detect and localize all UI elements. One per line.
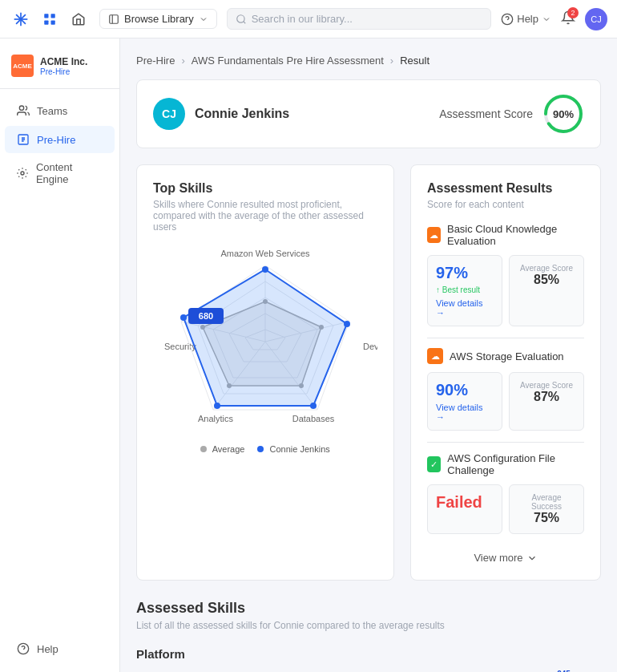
breadcrumb-assessment[interactable]: AWS Fundamentals Pre Hire Assessment <box>192 55 384 67</box>
svg-rect-7 <box>51 20 55 24</box>
legend-candidate: Connie Jenkins <box>257 444 329 454</box>
main-content: Pre-Hire › AWS Fundamentals Pre Hire Ass… <box>120 38 617 672</box>
result-name-2: AWS Storage Evaluation <box>450 350 564 362</box>
org-sub: Pre-Hire <box>40 67 87 76</box>
svg-rect-5 <box>51 14 55 18</box>
score-circle: 90% <box>542 93 584 135</box>
help-button[interactable]: Help <box>501 13 551 26</box>
avg-label-2: Average Score <box>518 381 575 390</box>
view-more-button[interactable]: View more <box>427 545 584 564</box>
result-header-2: ☁ AWS Storage Evaluation <box>427 348 584 364</box>
sidebar: ACME ACME Inc. Pre-Hire Teams Pre-Hire C… <box>0 38 120 672</box>
avatar-initials: CJ <box>591 14 601 24</box>
top-nav: Browse Library Search in our library... … <box>0 0 617 38</box>
result-header-1: ☁ Basic Cloud Knowledge Evaluation <box>427 223 584 247</box>
notifications-button[interactable]: 2 <box>561 10 575 27</box>
result-item-2: ☁ AWS Storage Evaluation 90% View detail… <box>427 348 584 431</box>
divider-1 <box>427 338 584 338</box>
result-score-val-3: Failed <box>436 493 494 512</box>
assessed-skills-title: Assessed Skills <box>136 600 601 617</box>
org-name: ACME Inc. <box>40 56 87 67</box>
layout: ACME ACME Inc. Pre-Hire Teams Pre-Hire C… <box>0 0 617 672</box>
sidebar-item-content-engine[interactable]: Content Engine <box>5 155 115 192</box>
help-sidebar-icon <box>16 642 30 656</box>
skill-group-platform: Platform Amazon Web Services 245 <box>136 647 601 672</box>
assessment-results-card: Assessment Results Score for each conten… <box>410 164 601 581</box>
home-icon[interactable] <box>67 8 90 30</box>
svg-point-14 <box>19 106 23 110</box>
snowflake-icon[interactable] <box>10 8 32 30</box>
svg-rect-8 <box>110 14 119 23</box>
result-score-val-1: 97% <box>436 264 494 282</box>
svg-point-43 <box>262 266 268 273</box>
divider-2 <box>427 442 584 443</box>
result-item-1: ☁ Basic Cloud Knowledge Evaluation 97% ↑… <box>427 223 584 326</box>
user-header: CJ Connie Jenkins Assessment Score 90% <box>136 79 601 148</box>
result-icon-2: ☁ <box>427 348 443 364</box>
browse-library-button[interactable]: Browse Library <box>99 9 217 29</box>
svg-point-44 <box>344 321 350 327</box>
sidebar-item-pre-hire[interactable]: Pre-Hire <box>5 126 115 153</box>
breadcrumb-sep-1: › <box>181 55 184 67</box>
svg-point-45 <box>310 403 317 409</box>
result-row-3: Failed Average Success 75% <box>427 484 584 534</box>
result-icon-1: ☁ <box>427 227 441 243</box>
assessment-results-title: Assessment Results <box>427 181 584 196</box>
nav-icons <box>10 8 90 30</box>
avg-box-1: Average Score 85% <box>509 255 584 326</box>
svg-point-10 <box>236 14 244 22</box>
avg-val-3: 75% <box>518 511 575 525</box>
assessed-skills-subtitle: List of all the assessed skills for Conn… <box>136 620 601 631</box>
radar-legend: Average Connie Jenkins <box>200 444 330 454</box>
svg-line-11 <box>243 21 245 23</box>
search-placeholder: Search in our library... <box>252 13 353 25</box>
result-row-2: 90% View details → Average Score 87% <box>427 372 584 431</box>
best-label-1: ↑ Best result <box>436 285 480 294</box>
result-score-box-3: Failed <box>427 484 502 534</box>
result-name-3: AWS Configuration File Challenge <box>447 452 584 476</box>
avg-val-1: 85% <box>518 273 575 287</box>
svg-rect-6 <box>44 20 48 24</box>
sidebar-label-content-engine: Content Engine <box>36 161 103 185</box>
assessed-skills-section: Assessed Skills List of all the assessed… <box>136 600 601 672</box>
nav-right: Help 2 CJ <box>501 8 607 30</box>
help-label: Help <box>517 13 538 25</box>
result-icon-3: ✓ <box>427 456 441 472</box>
org-logo: ACME <box>11 55 34 77</box>
result-row-1: 97% ↑ Best result View details → Average… <box>427 255 584 326</box>
grid-icon[interactable] <box>38 8 61 30</box>
avg-box-3: Average Success 75% <box>509 484 584 534</box>
svg-text:Analytics: Analytics <box>198 414 234 423</box>
platform-group-title: Platform <box>136 647 601 661</box>
help-chevron-icon <box>542 14 551 24</box>
search-icon <box>236 14 247 25</box>
assessment-results-subtitle: Score for each content <box>427 199 584 210</box>
sidebar-item-help[interactable]: Help <box>5 635 115 662</box>
avg-box-2: Average Score 87% <box>509 372 584 431</box>
view-details-2[interactable]: View details → <box>436 403 494 422</box>
average-dot <box>200 446 207 452</box>
breadcrumb-pre-hire[interactable]: Pre-Hire <box>136 55 175 67</box>
content-grid: Top Skills Skills where Connie resulted … <box>136 164 601 581</box>
breadcrumb-result: Result <box>400 55 429 67</box>
result-name-1: Basic Cloud Knowledge Evaluation <box>447 223 584 247</box>
sidebar-label-pre-hire: Pre-Hire <box>37 134 75 146</box>
org-section: ACME ACME Inc. Pre-Hire <box>0 48 119 89</box>
org-info: ACME Inc. Pre-Hire <box>40 56 87 76</box>
score-area: Assessment Score 90% <box>439 93 584 135</box>
user-initials: CJ <box>162 107 176 120</box>
radar-container: Amazon Web Services DevOps Databases Ana… <box>153 245 377 454</box>
svg-text:Databases: Databases <box>292 414 335 423</box>
result-score-val-2: 90% <box>436 381 494 399</box>
user-name: Connie Jenkins <box>195 107 289 121</box>
view-details-1[interactable]: View details → <box>436 298 494 318</box>
score-value: 90% <box>553 108 574 120</box>
sidebar-item-teams[interactable]: Teams <box>5 97 115 124</box>
svg-rect-4 <box>44 14 48 18</box>
top-skills-title: Top Skills <box>153 181 377 196</box>
user-avatar-nav[interactable]: CJ <box>585 8 607 30</box>
teams-icon <box>16 103 30 118</box>
search-bar[interactable]: Search in our library... <box>227 8 492 30</box>
view-more-chevron-icon <box>526 553 538 564</box>
score-label: Assessment Score <box>439 107 533 120</box>
